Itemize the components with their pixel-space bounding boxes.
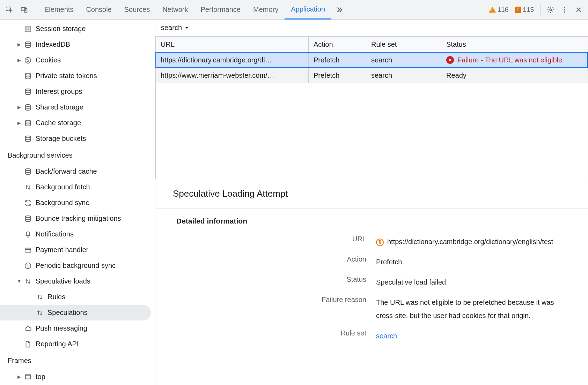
kebab-icon[interactable]: [558, 3, 571, 16]
col-header-status[interactable]: Status: [441, 37, 588, 52]
svg-point-18: [25, 168, 31, 171]
col-header-rule[interactable]: Rule set: [366, 37, 441, 52]
sidebar-item[interactable]: Background sync: [0, 195, 155, 211]
disclosure-icon: ▶: [17, 120, 22, 126]
db-icon: [24, 72, 32, 80]
sidebar-item[interactable]: ▶Cookies: [0, 52, 155, 68]
inspect-icon[interactable]: [3, 3, 16, 16]
sidebar-item[interactable]: Notifications: [0, 226, 155, 242]
svg-point-9: [25, 57, 31, 63]
link-icon: ⇅: [376, 239, 384, 246]
cookie-icon: [24, 56, 32, 65]
detail-action-value: Prefetch: [376, 255, 588, 269]
sidebar-item[interactable]: ▶Cache storage: [0, 115, 155, 131]
disclosure-icon: ▶: [17, 58, 22, 63]
errors-count[interactable]: ! 115: [512, 6, 537, 14]
tab-elements[interactable]: Elements: [38, 0, 80, 20]
col-header-url[interactable]: URL: [156, 37, 309, 52]
detail-ruleset-value[interactable]: search: [376, 329, 588, 342]
sidebar-item-label: Periodic background sync: [36, 262, 116, 270]
gear-icon[interactable]: [544, 3, 557, 16]
svg-point-12: [27, 61, 28, 61]
sidebar-item[interactable]: ▼Speculative loads: [0, 273, 155, 289]
tab-sources[interactable]: Sources: [118, 0, 156, 20]
sidebar-item[interactable]: Reporting API: [0, 336, 155, 352]
table-row[interactable]: https://www.merriam-webster.com/…Prefetc…: [156, 68, 588, 83]
svg-point-11: [28, 60, 29, 61]
svg-point-5: [564, 9, 565, 10]
card-icon: [24, 246, 32, 254]
sidebar-item[interactable]: Push messaging: [0, 320, 155, 336]
detail-subheading: Detailed information: [155, 209, 588, 232]
tab-performance[interactable]: Performance: [194, 0, 247, 20]
sidebar-item[interactable]: ▶top: [0, 369, 155, 385]
db-icon: [24, 40, 32, 49]
svg-rect-7: [25, 26, 31, 32]
updown-icon: [36, 309, 44, 317]
sidebar-item-label: Bounce tracking mitigations: [36, 214, 121, 222]
sidebar-item[interactable]: ▶Shared storage: [0, 99, 155, 115]
svg-point-4: [564, 7, 565, 8]
sidebar-item[interactable]: Session storage: [0, 21, 155, 37]
sidebar-item[interactable]: ▶IndexedDB: [0, 37, 155, 52]
sidebar-item-label: Shared storage: [36, 103, 83, 111]
sidebar-item[interactable]: Periodic background sync: [0, 258, 155, 273]
db-icon: [24, 103, 32, 112]
sidebar-item[interactable]: Back/forward cache: [0, 164, 155, 179]
cell-url: https://dictionary.cambridge.org/di…: [156, 52, 309, 68]
sidebar-item-label: Reporting API: [36, 340, 79, 348]
application-sidebar: Session storage▶IndexedDB▶CookiesPrivate…: [0, 20, 155, 385]
sidebar-item-label: Speculations: [47, 309, 88, 317]
file-icon: [24, 340, 32, 348]
sidebar-item[interactable]: Rules: [0, 289, 155, 305]
sidebar-item-label: Private state tokens: [36, 72, 97, 80]
detail-panel: Speculative Loading Attempt Detailed inf…: [155, 179, 588, 385]
svg-point-16: [25, 120, 31, 122]
db-icon: [24, 167, 32, 176]
sidebar-heading-frames: Frames: [0, 352, 155, 369]
devtools-toolbar: Elements Console Sources Network Perform…: [0, 0, 588, 20]
close-icon[interactable]: [572, 3, 585, 16]
sidebar-item-label: Payment handler: [36, 246, 88, 254]
tab-application[interactable]: Application: [285, 0, 331, 20]
sidebar-item[interactable]: Interest groups: [0, 84, 155, 99]
sync-icon: [24, 199, 32, 207]
updown-icon: [24, 183, 32, 191]
sidebar-item[interactable]: Storage buckets: [0, 131, 155, 146]
tab-network[interactable]: Network: [156, 0, 194, 20]
tab-console[interactable]: Console: [80, 0, 118, 20]
tab-memory[interactable]: Memory: [247, 0, 285, 20]
more-tabs-icon[interactable]: [331, 5, 347, 14]
detail-reason-label: Failure reason: [155, 296, 376, 322]
sidebar-item[interactable]: Speculations: [0, 305, 151, 320]
cloud-icon: [24, 324, 32, 333]
db-icon: [24, 119, 32, 127]
cell-action: Prefetch: [309, 52, 366, 68]
sidebar-item[interactable]: Bounce tracking mitigations: [0, 211, 155, 226]
detail-url-label: URL: [155, 235, 376, 248]
sidebar-item-label: Cookies: [36, 56, 61, 64]
ruleset-filter-dropdown[interactable]: search: [161, 24, 189, 32]
sidebar-item-label: Speculative loads: [36, 277, 90, 285]
svg-rect-20: [25, 248, 31, 252]
bell-icon: [24, 230, 32, 239]
sidebar-item[interactable]: Payment handler: [0, 242, 155, 258]
chevron-down-icon: [185, 26, 189, 30]
sidebar-item[interactable]: Background fetch: [0, 179, 155, 195]
db-icon: [24, 88, 32, 96]
device-toggle-icon[interactable]: [17, 3, 31, 16]
sidebar-item-label: Cache storage: [36, 119, 81, 127]
svg-point-10: [27, 59, 27, 60]
db-icon: [24, 135, 32, 143]
sidebar-item-label: IndexedDB: [36, 40, 70, 48]
cell-rule: search: [366, 52, 441, 68]
col-header-action[interactable]: Action: [309, 37, 366, 52]
disclosure-icon: ▶: [17, 105, 22, 110]
warnings-count[interactable]: 116: [486, 6, 512, 14]
sidebar-item-label: Background sync: [36, 199, 89, 207]
sidebar-item[interactable]: Private state tokens: [0, 68, 155, 84]
sidebar-item-label: Interest groups: [36, 88, 82, 96]
grid-icon: [24, 25, 32, 33]
table-row[interactable]: https://dictionary.cambridge.org/di…Pref…: [156, 52, 588, 68]
svg-point-6: [564, 11, 565, 13]
